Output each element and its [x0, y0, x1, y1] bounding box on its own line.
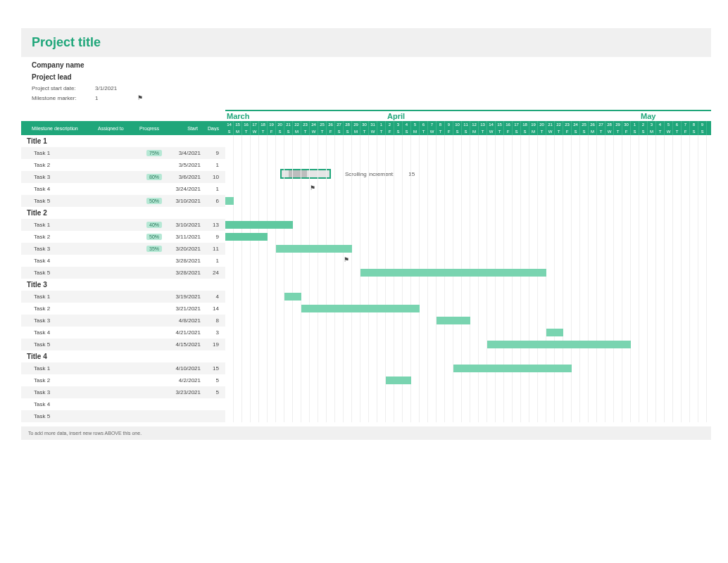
gantt-bar[interactable] — [276, 245, 352, 253]
task-name[interactable]: Task 5 — [21, 413, 95, 419]
gantt-bar[interactable] — [225, 221, 293, 229]
milestone-value[interactable]: 1 — [95, 95, 123, 101]
task-days[interactable]: 11 — [201, 246, 225, 252]
task-start[interactable]: 3/10/2021 — [162, 222, 201, 228]
gantt-bar[interactable] — [301, 305, 420, 312]
task-row[interactable]: Task 33/23/20215 — [21, 386, 225, 398]
gantt-bar[interactable] — [386, 377, 411, 384]
gantt-bar[interactable] — [225, 233, 268, 241]
task-days[interactable]: 19 — [201, 341, 225, 348]
task-row[interactable]: Task 250%3/11/20219 — [21, 231, 225, 243]
task-days[interactable]: 4 — [201, 293, 225, 300]
task-days[interactable]: 5 — [201, 389, 225, 396]
task-name[interactable]: Task 2 — [21, 377, 95, 384]
task-name[interactable]: Task 1 — [21, 365, 95, 372]
task-row[interactable]: Task 13/19/20214 — [21, 291, 225, 303]
task-progress[interactable]: 35% — [134, 246, 162, 252]
task-row[interactable]: Task 53/28/202124 — [21, 267, 225, 279]
task-start[interactable]: 3/19/2021 — [162, 293, 201, 300]
section-title[interactable]: Title 2 — [21, 207, 225, 219]
task-start[interactable]: 4/21/2021 — [162, 329, 201, 336]
gantt-bar[interactable] — [487, 341, 631, 348]
task-row[interactable]: Task 24/2/20215 — [21, 374, 225, 386]
task-name[interactable]: Task 2 — [21, 162, 95, 168]
task-start[interactable]: 4/2/2021 — [162, 377, 201, 384]
task-start[interactable]: 3/24/2021 — [162, 186, 201, 192]
gantt-bar[interactable] — [360, 269, 546, 277]
start-date-value[interactable]: 3/1/2021 — [95, 85, 123, 91]
task-name[interactable]: Task 5 — [21, 270, 95, 276]
task-start[interactable]: 4/10/2021 — [162, 365, 201, 372]
task-days[interactable]: 1 — [201, 186, 225, 192]
gantt-bar[interactable] — [284, 293, 301, 301]
task-progress[interactable]: 40% — [134, 222, 162, 228]
gantt-bar[interactable] — [437, 317, 470, 324]
task-row[interactable]: Task 54/15/202119 — [21, 339, 225, 350]
task-row[interactable]: Task 43/28/20211 — [21, 255, 225, 267]
task-row[interactable]: Task 550%3/10/20216 — [21, 195, 225, 207]
task-days[interactable]: 14 — [201, 305, 225, 312]
task-days[interactable]: 8 — [201, 317, 225, 324]
task-days[interactable]: 24 — [201, 270, 225, 276]
task-name[interactable]: Task 1 — [21, 222, 95, 228]
task-row[interactable]: Task 23/21/202114 — [21, 303, 225, 315]
task-start[interactable]: 3/28/2021 — [162, 258, 201, 264]
task-progress[interactable]: 50% — [134, 198, 162, 204]
task-name[interactable]: Task 5 — [21, 341, 95, 348]
task-name[interactable]: Task 4 — [21, 186, 95, 192]
task-days[interactable]: 9 — [201, 234, 225, 240]
task-name[interactable]: Task 2 — [21, 234, 95, 240]
task-row[interactable]: Task 175%3/4/20219 — [21, 147, 225, 159]
task-start[interactable]: 3/4/2021 — [162, 150, 201, 156]
task-row[interactable]: Task 335%3/20/202111 — [21, 243, 225, 255]
task-name[interactable]: Task 3 — [21, 174, 95, 180]
task-start[interactable]: 3/21/2021 — [162, 305, 201, 312]
section-title[interactable]: Title 3 — [21, 279, 225, 291]
task-name[interactable]: Task 4 — [21, 258, 95, 264]
section-title[interactable]: Title 1 — [21, 135, 225, 147]
task-start[interactable]: 3/11/2021 — [162, 234, 201, 240]
company-name[interactable]: Company name — [21, 57, 711, 69]
task-row[interactable]: Task 380%3/6/202110 — [21, 171, 225, 183]
task-days[interactable]: 13 — [201, 222, 225, 228]
gantt-bar[interactable] — [546, 329, 563, 336]
task-name[interactable]: Task 1 — [21, 150, 95, 156]
task-row[interactable]: Task 23/5/20211 — [21, 159, 225, 171]
task-row[interactable]: Task 5 — [21, 410, 225, 422]
task-name[interactable]: Task 5 — [21, 198, 95, 204]
task-progress[interactable]: 75% — [134, 150, 162, 156]
task-progress[interactable]: 50% — [134, 234, 162, 240]
task-name[interactable]: Task 1 — [21, 293, 95, 300]
project-title[interactable]: Project title — [32, 35, 701, 50]
task-start[interactable]: 3/20/2021 — [162, 246, 201, 252]
task-days[interactable]: 1 — [201, 258, 225, 264]
task-start[interactable]: 4/8/2021 — [162, 317, 201, 324]
gantt-bar[interactable] — [225, 197, 234, 205]
task-start[interactable]: 3/6/2021 — [162, 174, 201, 180]
task-days[interactable]: 3 — [201, 329, 225, 336]
task-start[interactable]: 3/23/2021 — [162, 389, 201, 396]
task-name[interactable]: Task 2 — [21, 305, 95, 312]
task-progress[interactable]: 80% — [134, 174, 162, 180]
task-row[interactable]: Task 34/8/20218 — [21, 315, 225, 327]
task-days[interactable]: 1 — [201, 162, 225, 168]
task-start[interactable]: 4/15/2021 — [162, 341, 201, 348]
task-days[interactable]: 5 — [201, 377, 225, 384]
task-row[interactable]: Task 43/24/20211 — [21, 183, 225, 195]
task-name[interactable]: Task 4 — [21, 401, 95, 407]
task-start[interactable]: 3/5/2021 — [162, 162, 201, 168]
task-name[interactable]: Task 3 — [21, 389, 95, 396]
task-row[interactable]: Task 4 — [21, 398, 225, 410]
task-name[interactable]: Task 4 — [21, 329, 95, 336]
task-days[interactable]: 10 — [201, 174, 225, 180]
task-days[interactable]: 15 — [201, 365, 225, 372]
task-start[interactable]: 3/28/2021 — [162, 270, 201, 276]
task-row[interactable]: Task 14/10/202115 — [21, 362, 225, 374]
task-days[interactable]: 6 — [201, 198, 225, 204]
gantt-bar[interactable] — [453, 365, 572, 372]
task-name[interactable]: Task 3 — [21, 246, 95, 252]
task-name[interactable]: Task 3 — [21, 317, 95, 324]
project-lead[interactable]: Project lead — [21, 69, 711, 81]
section-title[interactable]: Title 4 — [21, 350, 225, 362]
task-days[interactable]: 9 — [201, 150, 225, 156]
